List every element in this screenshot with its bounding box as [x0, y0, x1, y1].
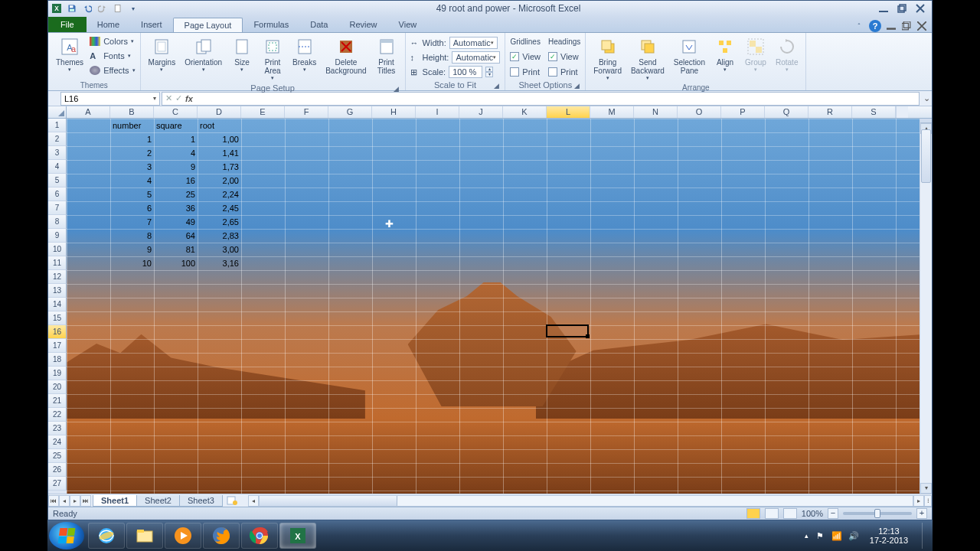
bring-forward-button[interactable]: Bring Forward▾: [590, 34, 625, 83]
row-header[interactable]: 27: [48, 477, 67, 491]
colors-button[interactable]: Colors▾: [90, 34, 135, 48]
cell[interactable]: 16: [154, 174, 198, 187]
height-combo[interactable]: Automatic▾: [452, 51, 500, 64]
selection-pane-button[interactable]: Selection Pane: [671, 34, 708, 77]
sheet-tab[interactable]: Sheet1: [93, 495, 137, 507]
zoom-in-button[interactable]: +: [916, 508, 927, 519]
taskbar-media-player[interactable]: [165, 523, 201, 549]
cell[interactable]: 2,45: [198, 201, 241, 215]
column-header[interactable]: L: [547, 106, 590, 118]
column-header[interactable]: B: [110, 106, 154, 118]
scale-spinner[interactable]: 100 %: [449, 66, 482, 78]
cell[interactable]: 9: [154, 160, 198, 174]
cell[interactable]: 3: [110, 160, 154, 174]
minimize-icon[interactable]: [878, 3, 889, 14]
orientation-button[interactable]: Orientation▾: [181, 34, 225, 74]
zoom-level[interactable]: 100%: [802, 509, 823, 518]
row-header[interactable]: 5: [48, 174, 67, 187]
row-header[interactable]: 18: [48, 353, 67, 367]
cell[interactable]: 2: [110, 146, 154, 160]
cell[interactable]: 5: [110, 187, 154, 201]
cell[interactable]: 25: [154, 187, 198, 201]
ribbon-minimize-icon[interactable]: ˆ: [854, 21, 864, 31]
sheet-options-launcher-icon[interactable]: ◢: [573, 82, 580, 90]
cell[interactable]: root: [198, 119, 241, 132]
tab-data[interactable]: Data: [299, 18, 338, 32]
column-header[interactable]: J: [459, 106, 503, 118]
themes-button[interactable]: Aa Themes ▾: [53, 34, 87, 74]
cell[interactable]: 1,00: [198, 132, 241, 146]
width-combo[interactable]: Automatic▾: [449, 37, 498, 49]
align-button[interactable]: Align▾: [711, 34, 739, 74]
column-header[interactable]: R: [808, 106, 852, 118]
page-layout-view-button[interactable]: [765, 508, 779, 519]
cell[interactable]: 2,24: [198, 187, 241, 201]
customize-icon[interactable]: ▾: [128, 3, 139, 14]
scale-launcher-icon[interactable]: ◢: [492, 82, 500, 90]
cell[interactable]: 10: [110, 256, 154, 270]
headings-view-checkbox[interactable]: ✓View: [548, 50, 580, 64]
select-all-corner[interactable]: [48, 106, 67, 118]
help-icon[interactable]: ?: [869, 20, 881, 32]
cell[interactable]: 36: [154, 201, 198, 215]
taskbar-chrome[interactable]: [241, 523, 278, 549]
headings-print-checkbox[interactable]: Print: [548, 65, 580, 79]
row-header[interactable]: 22: [48, 408, 67, 422]
row-header[interactable]: 17: [48, 339, 67, 353]
column-header[interactable]: O: [678, 106, 721, 118]
tab-formulas[interactable]: Formulas: [243, 18, 299, 32]
cell[interactable]: 2,00: [198, 174, 241, 187]
row-header[interactable]: 9: [48, 229, 67, 243]
cell[interactable]: 7: [110, 215, 154, 229]
row-header[interactable]: 6: [48, 187, 67, 201]
margins-button[interactable]: Margins▾: [145, 34, 179, 74]
tray-volume-icon[interactable]: 🔊: [848, 530, 859, 541]
column-header[interactable]: A: [67, 106, 110, 118]
taskbar-ie[interactable]: [88, 523, 125, 549]
row-header[interactable]: 21: [48, 394, 67, 408]
tab-view[interactable]: View: [388, 18, 428, 32]
tray-clock[interactable]: 12:1317-2-2013: [865, 527, 913, 545]
worksheet-grid[interactable]: 1234567891011121314151617181920212223242…: [48, 119, 932, 494]
column-header[interactable]: P: [721, 106, 765, 118]
cell[interactable]: 1: [154, 132, 198, 146]
tray-action-center-icon[interactable]: ⚑: [815, 530, 825, 541]
column-header[interactable]: E: [241, 106, 285, 118]
row-header[interactable]: 14: [48, 298, 67, 311]
sheet-tab[interactable]: Sheet2: [136, 495, 180, 507]
fonts-button[interactable]: AFonts▾: [90, 49, 135, 63]
taskbar-explorer[interactable]: [126, 523, 163, 549]
cell[interactable]: 4: [154, 146, 198, 160]
row-header[interactable]: 1: [48, 119, 67, 132]
cell[interactable]: 3,00: [198, 243, 241, 256]
row-header[interactable]: 15: [48, 311, 67, 325]
column-header[interactable]: S: [852, 106, 896, 118]
cell[interactable]: 100: [154, 256, 198, 270]
sheet-nav-next[interactable]: ▸: [70, 495, 80, 507]
row-header[interactable]: 4: [48, 160, 67, 174]
cell[interactable]: 6: [110, 201, 154, 215]
cell[interactable]: 1,41: [198, 146, 241, 160]
cell[interactable]: 9: [110, 243, 154, 256]
cell[interactable]: number: [110, 119, 154, 132]
taskbar-excel[interactable]: X: [279, 523, 316, 549]
size-button[interactable]: Size▾: [228, 34, 256, 74]
cell[interactable]: 1: [110, 132, 154, 146]
undo-icon[interactable]: [82, 3, 93, 14]
tab-insert[interactable]: Insert: [130, 18, 173, 32]
print-area-button[interactable]: Print Area▾: [259, 34, 286, 83]
new-icon[interactable]: [113, 3, 123, 14]
workbook-minimize-icon[interactable]: [886, 21, 897, 31]
row-header[interactable]: 23: [48, 422, 67, 435]
save-icon[interactable]: [67, 3, 77, 14]
zoom-out-button[interactable]: −: [828, 508, 838, 519]
row-header[interactable]: 24: [48, 435, 67, 449]
tab-file[interactable]: File: [48, 17, 87, 32]
row-header[interactable]: 13: [48, 284, 67, 298]
zoom-slider[interactable]: [843, 512, 912, 515]
row-header[interactable]: 11: [48, 256, 67, 270]
cell[interactable]: 64: [154, 229, 198, 243]
page-setup-launcher-icon[interactable]: ◢: [393, 85, 400, 93]
tray-network-icon[interactable]: 📶: [831, 530, 842, 541]
cell[interactable]: 2,83: [198, 229, 241, 243]
